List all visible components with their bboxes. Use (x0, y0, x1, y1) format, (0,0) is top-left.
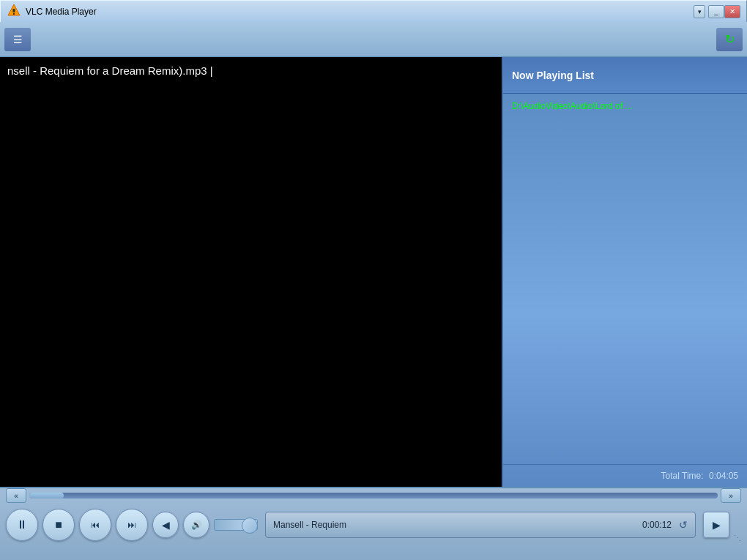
mute-button[interactable]: 🔊 (183, 512, 209, 538)
content-area: nsell - Requiem for a Dream Remix).mp3 |… (0, 57, 747, 487)
stop-icon: ■ (55, 518, 62, 531)
resize-handle: ⋱ (734, 532, 741, 542)
seekbar-fill (29, 493, 64, 499)
back-icon: ◀ (162, 519, 170, 531)
toolbar: ☰ ↻ (0, 22, 747, 57)
toggle-ext-btn[interactable]: ↻ (716, 28, 743, 51)
minimize-button[interactable]: _ (708, 5, 724, 18)
prev-button[interactable]: ⏮ (79, 509, 111, 541)
pause-button[interactable]: ⏸ (6, 509, 38, 541)
titlebar: VLC Media Player ▾ _ ✕ (0, 0, 747, 22)
stop-button[interactable]: ■ (42, 509, 75, 541)
next-icon: ⏭ (127, 520, 136, 530)
window-dropdown-btn[interactable]: ▾ (694, 5, 705, 18)
main-container: ☰ ↻ nsell - Requiem for a Dream Remix).m… (0, 22, 747, 560)
transport-row: ⏸ ■ ⏮ ⏭ ◀ 🔊 (0, 503, 747, 547)
playlist-toggle-btn[interactable]: ☰ (4, 28, 31, 51)
seekbar-row: « » (0, 488, 747, 503)
playlist-toggle-icon: ☰ (13, 34, 23, 45)
volume-handle (242, 518, 258, 534)
video-panel[interactable]: nsell - Requiem for a Dream Remix).mp3 | (0, 57, 502, 487)
playlist-content: D:\AudioVideo\Audio\Lord of ... (503, 94, 747, 464)
video-filename: nsell - Requiem for a Dream Remix).mp3 | (7, 64, 213, 77)
skip-back-icon: « (14, 492, 18, 500)
expand-icon: ▶ (713, 519, 721, 531)
pause-icon: ⏸ (16, 518, 28, 531)
nowplaying-time: 0:00:12 (642, 520, 672, 530)
total-time-label: Total Time: (661, 471, 704, 481)
nowplaying-strip: Mansell - Requiem 0:00:12 ↺ (265, 512, 696, 538)
next-button[interactable]: ⏭ (116, 509, 148, 541)
window-title: VLC Media Player (26, 7, 97, 17)
svg-rect-2 (13, 13, 15, 15)
repeat-icon[interactable]: ↺ (679, 519, 688, 531)
nowplaying-title: Mansell - Requiem (273, 520, 635, 530)
playlist-footer: Total Time: 0:04:05 (503, 464, 747, 487)
mute-icon: 🔊 (191, 520, 202, 530)
seekbar-track[interactable] (29, 493, 718, 499)
playlist-panel: Now Playing List D:\AudioVideo\Audio\Lor… (502, 57, 747, 487)
total-time-value: 0:04:05 (709, 471, 738, 481)
close-button[interactable]: ✕ (724, 5, 740, 18)
vlc-logo (7, 3, 21, 20)
svg-rect-1 (13, 9, 15, 12)
prev-icon: ⏮ (91, 520, 100, 530)
expand-playlist-btn[interactable]: ▶ (703, 512, 729, 538)
skip-back-btn[interactable]: « (6, 488, 26, 503)
back-button[interactable]: ◀ (152, 512, 179, 538)
toggle-ext-icon: ↻ (725, 32, 735, 46)
skip-fwd-icon: » (729, 492, 733, 500)
playlist-header-title: Now Playing List (512, 70, 594, 81)
playlist-item[interactable]: D:\AudioVideo\Audio\Lord of ... (506, 98, 744, 114)
controls-area: « » ⏸ ■ ⏮ ⏭ (0, 487, 747, 560)
playlist-header: Now Playing List (503, 57, 747, 94)
skip-fwd-btn[interactable]: » (721, 488, 741, 503)
volume-slider[interactable] (214, 519, 258, 531)
